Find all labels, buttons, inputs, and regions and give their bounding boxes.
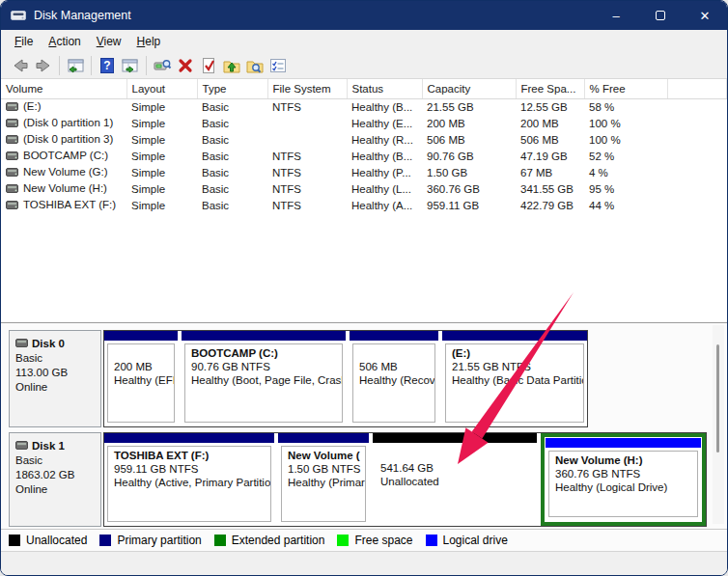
folder-up-icon[interactable] bbox=[220, 55, 243, 76]
disk-type: Basic bbox=[15, 453, 95, 468]
partition-e[interactable]: (E:)21.55 GB NTFSHealthy (Basic Data Par… bbox=[442, 331, 587, 426]
maximize-button[interactable] bbox=[638, 1, 683, 30]
console-tree-icon[interactable] bbox=[64, 55, 87, 76]
forward-icon[interactable] bbox=[32, 55, 55, 76]
volume-row-disk0-part1[interactable]: (Disk 0 partition 1) SimpleBasicHealthy … bbox=[1, 115, 727, 131]
partition-color-bar bbox=[104, 433, 274, 443]
drive-icon bbox=[6, 118, 18, 129]
partition-color-bar bbox=[182, 331, 346, 341]
status-bar bbox=[1, 551, 727, 575]
drive-icon bbox=[6, 167, 18, 178]
column-header-free-space[interactable]: Free Spa... bbox=[516, 79, 584, 98]
folder-search-icon[interactable] bbox=[243, 55, 266, 76]
volume-row-e[interactable]: (E:) SimpleBasicNTFSHealthy (B...21.55 G… bbox=[1, 98, 727, 115]
svg-text:?: ? bbox=[103, 59, 110, 72]
legend-item-primary-partition: Primary partition bbox=[99, 534, 201, 547]
partition-bootcamp-c[interactable]: BOOTCAMP (C:)90.76 GB NTFSHealthy (Boot,… bbox=[182, 331, 346, 426]
partition-new-volume-g[interactable]: New Volume (1.50 GB NTFSHealthy (Primar bbox=[278, 433, 369, 526]
toolbar-separator bbox=[59, 56, 60, 75]
disk-0-info-panel[interactable]: Disk 0 Basic 113.00 GB Online bbox=[9, 330, 101, 427]
disk-1-row: Disk 1 Basic 1863.02 GB Online TOSHIBA E… bbox=[9, 432, 727, 527]
action-pane-icon[interactable] bbox=[119, 55, 142, 76]
disk-0-partitions: 200 MBHealthy (EFI BOOTCAMP (C:)90.76 GB… bbox=[103, 330, 588, 427]
partition-color-bar bbox=[278, 433, 369, 443]
column-header-capacity[interactable]: Capacity bbox=[422, 79, 516, 98]
drive-icon bbox=[15, 439, 28, 453]
partition-color-bar bbox=[442, 331, 587, 341]
toolbar-separator bbox=[91, 56, 92, 75]
drive-icon bbox=[6, 200, 18, 211]
partition-color-bar bbox=[104, 331, 178, 341]
column-header-type[interactable]: Type bbox=[197, 79, 267, 98]
legend-item-extended-partition: Extended partition bbox=[214, 534, 325, 547]
column-header-file-system[interactable]: File System bbox=[267, 79, 347, 98]
column-header-pct-free[interactable]: % Free bbox=[584, 79, 667, 98]
window-title: Disk Management bbox=[34, 9, 131, 22]
drive-icon bbox=[6, 134, 18, 146]
drive-icon bbox=[6, 101, 18, 113]
legend-swatch bbox=[9, 535, 20, 546]
graphical-view-pane: Disk 0 Basic 113.00 GB Online 200 MBHeal… bbox=[1, 322, 727, 529]
help-icon[interactable]: ? bbox=[96, 55, 119, 76]
close-icon: ✕ bbox=[700, 9, 711, 23]
legend-swatch bbox=[337, 535, 349, 546]
partition-color-bar bbox=[373, 433, 537, 443]
partition-toshiba-ext-f[interactable]: TOSHIBA EXT (F:)959.11 GB NTFSHealthy (A… bbox=[104, 433, 274, 526]
toolbar: ? bbox=[1, 52, 727, 79]
disk-management-window: Disk Management – ✕ File Action View Hel… bbox=[0, 0, 728, 576]
menu-action[interactable]: Action bbox=[41, 32, 88, 51]
vertical-scrollbar[interactable] bbox=[713, 325, 724, 524]
window-controls: – ✕ bbox=[594, 1, 727, 30]
menu-file[interactable]: File bbox=[7, 32, 41, 51]
partition-color-bar bbox=[350, 331, 438, 341]
volume-row-disk0-part3[interactable]: (Disk 0 partition 3) SimpleBasicHealthy … bbox=[1, 131, 727, 148]
partition-efi[interactable]: 200 MBHealthy (EFI bbox=[104, 331, 178, 426]
drive-icon bbox=[6, 183, 18, 195]
minimize-button[interactable]: – bbox=[594, 1, 638, 30]
disk-size: 113.00 GB bbox=[15, 366, 95, 380]
volume-row-new-volume-g[interactable]: New Volume (G:) SimpleBasicNTFSHealthy (… bbox=[1, 164, 727, 180]
volume-row-bootcamp-c[interactable]: BOOTCAMP (C:) SimpleBasicNTFSHealthy (B.… bbox=[1, 148, 727, 164]
disk-status: Online bbox=[15, 482, 95, 497]
legend-item-logical-drive: Logical drive bbox=[426, 534, 508, 547]
titlebar: Disk Management – ✕ bbox=[1, 1, 727, 30]
properties-icon[interactable] bbox=[266, 55, 290, 76]
column-header-status[interactable]: Status bbox=[347, 79, 422, 98]
disk-size: 1863.02 GB bbox=[15, 468, 95, 482]
column-header-volume[interactable]: Volume bbox=[1, 79, 126, 98]
partition-new-volume-h-selected[interactable]: New Volume (H:)360.76 GB NTFSHealthy (Lo… bbox=[541, 433, 706, 526]
toolbar-separator bbox=[146, 56, 147, 75]
disk-drive-app-icon bbox=[11, 9, 26, 22]
disk-type: Basic bbox=[15, 351, 95, 366]
legend-item-free-space: Free space bbox=[337, 534, 412, 547]
volume-list-pane: Volume Layout Type File System Status Ca… bbox=[1, 79, 727, 322]
check-document-icon[interactable] bbox=[197, 55, 220, 76]
back-icon[interactable] bbox=[9, 55, 32, 76]
disk-1-partitions: TOSHIBA EXT (F:)959.11 GB NTFSHealthy (A… bbox=[103, 432, 707, 527]
disk-0-row: Disk 0 Basic 113.00 GB Online 200 MBHeal… bbox=[9, 330, 727, 427]
volume-row-new-volume-h[interactable]: New Volume (H:) SimpleBasicNTFSHealthy (… bbox=[1, 180, 727, 197]
partition-color-bar bbox=[546, 438, 701, 448]
scrollbar-thumb[interactable] bbox=[716, 344, 719, 453]
legend-swatch bbox=[99, 535, 111, 546]
menu-view[interactable]: View bbox=[89, 32, 129, 51]
maximize-icon bbox=[656, 11, 665, 20]
menu-help[interactable]: Help bbox=[129, 32, 169, 51]
partition-recovery[interactable]: 506 MBHealthy (Recov bbox=[350, 331, 438, 426]
delete-volume-icon[interactable] bbox=[174, 55, 197, 76]
device-status-icon[interactable] bbox=[151, 55, 174, 76]
volume-table: Volume Layout Type File System Status Ca… bbox=[1, 79, 727, 213]
table-header-row: Volume Layout Type File System Status Ca… bbox=[1, 79, 727, 98]
disk-1-info-panel[interactable]: Disk 1 Basic 1863.02 GB Online bbox=[9, 432, 101, 527]
close-button[interactable]: ✕ bbox=[683, 1, 727, 30]
column-header-filler bbox=[667, 79, 727, 98]
legend-swatch bbox=[426, 535, 437, 546]
partition-unallocated[interactable]: 541.64 GBUnallocated bbox=[373, 433, 537, 526]
menu-bar: File Action View Help bbox=[1, 30, 727, 52]
legend-item-unallocated: Unallocated bbox=[9, 534, 87, 547]
volume-row-toshiba-ext-f[interactable]: TOSHIBA EXT (F:) SimpleBasicNTFSHealthy … bbox=[1, 197, 727, 213]
drive-icon bbox=[15, 337, 28, 351]
minimize-icon: – bbox=[612, 9, 619, 23]
column-header-layout[interactable]: Layout bbox=[126, 79, 197, 98]
disk-status: Online bbox=[15, 380, 95, 395]
